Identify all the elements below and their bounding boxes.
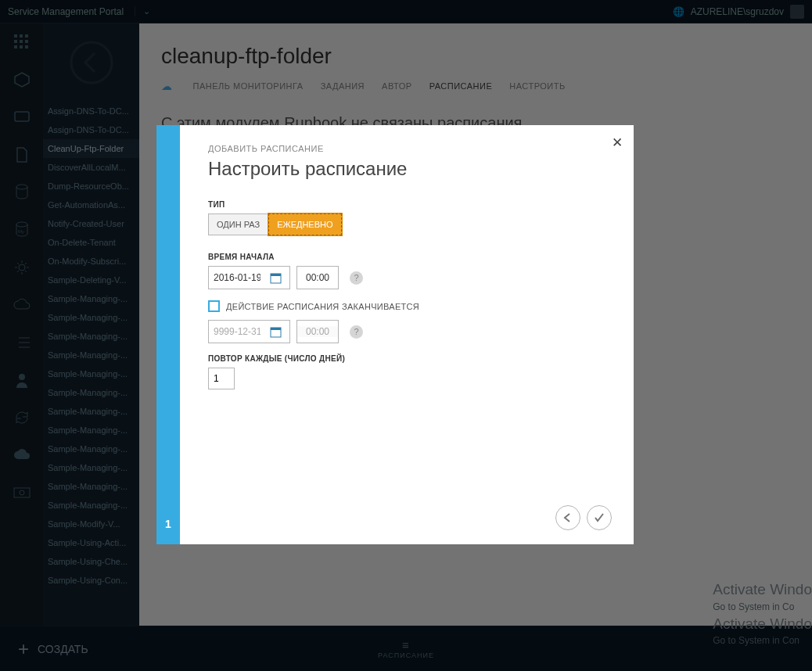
end-date-input[interactable] — [209, 326, 265, 337]
svg-rect-23 — [271, 274, 281, 276]
type-toggle: ОДИН РАЗ ЕЖЕДНЕВНО — [208, 214, 605, 235]
start-date-field[interactable] — [208, 266, 290, 289]
expires-label: ДЕЙСТВИЕ РАСПИСАНИЯ ЗАКАНЧИВАЕТСЯ — [226, 302, 419, 311]
repeat-days-input[interactable] — [209, 368, 234, 389]
repeat-label: ПОВТОР КАЖДЫЕ (ЧИСЛО ДНЕЙ) — [208, 354, 605, 363]
repeat-days-field[interactable] — [208, 368, 235, 389]
dialog-crumb: ДОБАВИТЬ РАСПИСАНИЕ — [208, 144, 605, 153]
calendar-icon[interactable] — [265, 267, 286, 289]
start-time-field[interactable] — [296, 266, 339, 289]
dialog-step-stripe: 1 — [156, 125, 180, 544]
close-icon[interactable]: ✕ — [612, 135, 623, 151]
type-label: ТИП — [208, 200, 605, 209]
dialog-title: Настроить расписание — [208, 158, 605, 180]
end-time-field — [296, 320, 339, 343]
back-arrow-button[interactable] — [555, 505, 580, 530]
add-schedule-dialog: 1 ✕ ДОБАВИТЬ РАСПИСАНИЕ Настроить распис… — [156, 125, 634, 544]
help-icon[interactable]: ? — [350, 325, 363, 339]
start-date-input[interactable] — [209, 272, 265, 283]
confirm-button[interactable] — [587, 505, 612, 530]
type-option-once[interactable]: ОДИН РАЗ — [208, 214, 268, 235]
step-number: 1 — [156, 518, 180, 530]
calendar-icon[interactable] — [265, 321, 286, 343]
help-icon[interactable]: ? — [350, 271, 363, 285]
start-label: ВРЕМЯ НАЧАЛА — [208, 253, 605, 261]
type-option-daily[interactable]: ЕЖЕДНЕВНО — [268, 214, 341, 235]
end-time-input — [297, 326, 338, 337]
svg-rect-25 — [271, 328, 281, 330]
expires-checkbox[interactable]: ДЕЙСТВИЕ РАСПИСАНИЯ ЗАКАНЧИВАЕТСЯ — [208, 300, 605, 312]
end-date-field[interactable] — [208, 320, 290, 343]
start-time-input[interactable] — [297, 272, 338, 283]
checkbox-icon — [208, 300, 220, 312]
